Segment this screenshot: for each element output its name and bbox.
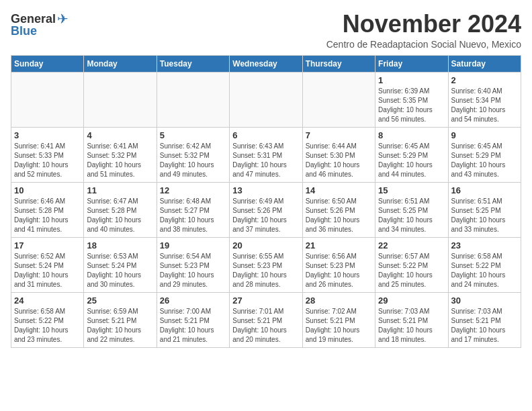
day-cell — [230, 72, 302, 127]
day-cell: 24Sunrise: 6:58 AM Sunset: 5:22 PM Dayli… — [11, 292, 84, 347]
day-info: Sunrise: 6:41 AM Sunset: 5:33 PM Dayligh… — [14, 142, 81, 179]
day-number: 26 — [160, 295, 226, 306]
day-number: 15 — [378, 185, 445, 195]
day-number: 1 — [378, 75, 445, 85]
day-cell: 10Sunrise: 6:46 AM Sunset: 5:28 PM Dayli… — [11, 182, 84, 237]
day-number: 14 — [306, 185, 372, 195]
day-cell — [302, 72, 375, 127]
header-sunday: Sunday — [11, 55, 84, 72]
day-cell: 25Sunrise: 6:59 AM Sunset: 5:21 PM Dayli… — [84, 292, 157, 347]
day-cell: 30Sunrise: 7:03 AM Sunset: 5:21 PM Dayli… — [448, 292, 521, 347]
day-cell: 7Sunrise: 6:44 AM Sunset: 5:30 PM Daylig… — [302, 127, 375, 182]
day-info: Sunrise: 7:02 AM Sunset: 5:21 PM Dayligh… — [306, 307, 372, 345]
day-info: Sunrise: 6:54 AM Sunset: 5:23 PM Dayligh… — [160, 252, 226, 289]
header-monday: Monday — [84, 55, 157, 72]
week-row-5: 24Sunrise: 6:58 AM Sunset: 5:22 PM Dayli… — [11, 292, 521, 347]
day-cell — [11, 72, 84, 127]
day-number: 20 — [232, 240, 299, 250]
day-cell: 15Sunrise: 6:51 AM Sunset: 5:25 PM Dayli… — [375, 182, 448, 237]
day-number: 19 — [160, 240, 226, 250]
day-info: Sunrise: 6:58 AM Sunset: 5:22 PM Dayligh… — [14, 307, 81, 345]
day-number: 3 — [14, 130, 81, 140]
day-info: Sunrise: 6:48 AM Sunset: 5:27 PM Dayligh… — [160, 197, 226, 234]
day-number: 8 — [378, 130, 445, 140]
day-cell: 16Sunrise: 6:51 AM Sunset: 5:25 PM Dayli… — [448, 182, 521, 237]
day-number: 17 — [14, 240, 81, 250]
day-cell: 20Sunrise: 6:55 AM Sunset: 5:23 PM Dayli… — [230, 237, 302, 292]
header-thursday: Thursday — [302, 55, 375, 72]
title-block: November 2024 Centro de Readaptacion Soc… — [326, 11, 521, 50]
day-info: Sunrise: 7:01 AM Sunset: 5:21 PM Dayligh… — [232, 307, 299, 345]
day-cell: 22Sunrise: 6:57 AM Sunset: 5:22 PM Dayli… — [375, 237, 448, 292]
day-cell: 23Sunrise: 6:58 AM Sunset: 5:22 PM Dayli… — [448, 237, 521, 292]
day-info: Sunrise: 6:40 AM Sunset: 5:34 PM Dayligh… — [451, 87, 518, 124]
day-number: 5 — [160, 130, 226, 140]
day-number: 28 — [306, 295, 372, 306]
day-cell: 1Sunrise: 6:39 AM Sunset: 5:35 PM Daylig… — [375, 72, 448, 127]
day-cell: 9Sunrise: 6:45 AM Sunset: 5:29 PM Daylig… — [448, 127, 521, 182]
week-row-4: 17Sunrise: 6:52 AM Sunset: 5:24 PM Dayli… — [11, 237, 521, 292]
calendar-table: SundayMondayTuesdayWednesdayThursdayFrid… — [11, 55, 521, 348]
day-cell: 19Sunrise: 6:54 AM Sunset: 5:23 PM Dayli… — [157, 237, 229, 292]
header-friday: Friday — [375, 55, 448, 72]
day-number: 2 — [451, 75, 518, 85]
day-cell: 21Sunrise: 6:56 AM Sunset: 5:23 PM Dayli… — [302, 237, 375, 292]
day-number: 4 — [87, 130, 153, 140]
logo: General ✈ Blue — [11, 11, 69, 38]
day-number: 12 — [160, 185, 226, 195]
day-number: 13 — [232, 185, 299, 195]
day-number: 18 — [87, 240, 153, 250]
day-info: Sunrise: 6:39 AM Sunset: 5:35 PM Dayligh… — [378, 87, 445, 124]
day-number: 10 — [14, 185, 81, 195]
day-info: Sunrise: 6:59 AM Sunset: 5:21 PM Dayligh… — [87, 307, 153, 345]
day-number: 30 — [451, 295, 518, 306]
calendar-header-row: SundayMondayTuesdayWednesdayThursdayFrid… — [11, 55, 521, 72]
logo-blue-text: Blue — [11, 24, 37, 38]
day-cell: 18Sunrise: 6:53 AM Sunset: 5:24 PM Dayli… — [84, 237, 157, 292]
day-number: 16 — [451, 185, 518, 195]
day-cell: 29Sunrise: 7:03 AM Sunset: 5:21 PM Dayli… — [375, 292, 448, 347]
day-info: Sunrise: 6:44 AM Sunset: 5:30 PM Dayligh… — [306, 142, 372, 179]
day-cell: 5Sunrise: 6:42 AM Sunset: 5:32 PM Daylig… — [157, 127, 229, 182]
day-cell — [157, 72, 229, 127]
day-info: Sunrise: 6:45 AM Sunset: 5:29 PM Dayligh… — [378, 142, 445, 179]
day-info: Sunrise: 6:49 AM Sunset: 5:26 PM Dayligh… — [232, 197, 299, 234]
day-cell: 6Sunrise: 6:43 AM Sunset: 5:31 PM Daylig… — [230, 127, 302, 182]
day-number: 6 — [232, 130, 299, 140]
day-info: Sunrise: 7:03 AM Sunset: 5:21 PM Dayligh… — [451, 307, 518, 345]
day-number: 11 — [87, 185, 153, 195]
day-info: Sunrise: 7:03 AM Sunset: 5:21 PM Dayligh… — [378, 307, 445, 345]
day-cell: 28Sunrise: 7:02 AM Sunset: 5:21 PM Dayli… — [302, 292, 375, 347]
header-saturday: Saturday — [448, 55, 521, 72]
day-info: Sunrise: 6:53 AM Sunset: 5:24 PM Dayligh… — [87, 252, 153, 289]
day-cell: 27Sunrise: 7:01 AM Sunset: 5:21 PM Dayli… — [230, 292, 302, 347]
day-info: Sunrise: 6:55 AM Sunset: 5:23 PM Dayligh… — [232, 252, 299, 289]
day-number: 7 — [306, 130, 372, 140]
day-info: Sunrise: 6:56 AM Sunset: 5:23 PM Dayligh… — [306, 252, 372, 289]
day-cell: 3Sunrise: 6:41 AM Sunset: 5:33 PM Daylig… — [11, 127, 84, 182]
day-number: 25 — [87, 295, 153, 306]
day-info: Sunrise: 6:50 AM Sunset: 5:26 PM Dayligh… — [306, 197, 372, 234]
day-number: 21 — [306, 240, 372, 250]
day-cell — [84, 72, 157, 127]
header-tuesday: Tuesday — [157, 55, 229, 72]
subtitle: Centro de Readaptacion Social Nuevo, Mex… — [326, 39, 521, 50]
header-wednesday: Wednesday — [230, 55, 302, 72]
day-number: 9 — [451, 130, 518, 140]
day-cell: 14Sunrise: 6:50 AM Sunset: 5:26 PM Dayli… — [302, 182, 375, 237]
logo-bird-icon: ✈ — [57, 11, 69, 27]
day-info: Sunrise: 6:43 AM Sunset: 5:31 PM Dayligh… — [232, 142, 299, 179]
day-number: 27 — [232, 295, 299, 306]
day-number: 22 — [378, 240, 445, 250]
day-info: Sunrise: 6:51 AM Sunset: 5:25 PM Dayligh… — [451, 197, 518, 234]
page-header: General ✈ Blue November 2024 Centro de R… — [11, 11, 521, 50]
day-info: Sunrise: 6:42 AM Sunset: 5:32 PM Dayligh… — [160, 142, 226, 179]
day-cell: 13Sunrise: 6:49 AM Sunset: 5:26 PM Dayli… — [230, 182, 302, 237]
day-info: Sunrise: 6:58 AM Sunset: 5:22 PM Dayligh… — [451, 252, 518, 289]
day-info: Sunrise: 6:57 AM Sunset: 5:22 PM Dayligh… — [378, 252, 445, 289]
day-info: Sunrise: 7:00 AM Sunset: 5:21 PM Dayligh… — [160, 307, 226, 345]
day-info: Sunrise: 6:41 AM Sunset: 5:32 PM Dayligh… — [87, 142, 153, 179]
day-cell: 12Sunrise: 6:48 AM Sunset: 5:27 PM Dayli… — [157, 182, 229, 237]
day-info: Sunrise: 6:51 AM Sunset: 5:25 PM Dayligh… — [378, 197, 445, 234]
day-info: Sunrise: 6:47 AM Sunset: 5:28 PM Dayligh… — [87, 197, 153, 234]
